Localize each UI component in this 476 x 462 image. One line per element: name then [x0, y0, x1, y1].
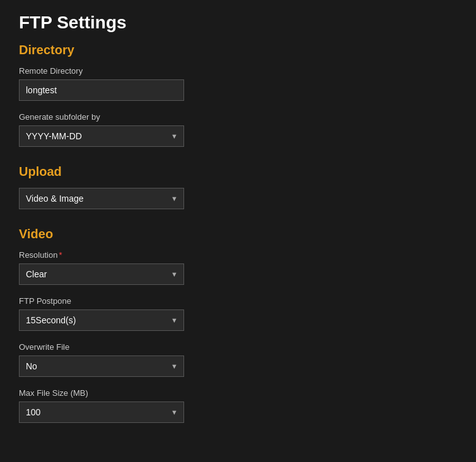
ftp-postpone-label: FTP Postpone — [19, 296, 457, 306]
page-title: FTP Settings — [19, 13, 457, 33]
subfolder-field: Generate subfolder by YYYY-MM-DD YYYY-MM… — [19, 112, 457, 147]
ftp-postpone-field: FTP Postpone 15Second(s) 30Second(s) 1Mi… — [19, 296, 457, 331]
overwrite-select[interactable]: No Yes — [19, 355, 184, 377]
remote-directory-label: Remote Directory — [19, 66, 457, 76]
resolution-label: Resolution* — [19, 250, 457, 260]
directory-section-title: Directory — [19, 43, 457, 57]
overwrite-file-label: Overwrite File — [19, 342, 457, 352]
upload-section: Upload Video & Image Video Only Image On… — [19, 165, 457, 209]
postpone-select-wrapper: 15Second(s) 30Second(s) 1Minute(s) 5Minu… — [19, 309, 184, 331]
remote-directory-input[interactable] — [19, 79, 184, 101]
max-file-size-label: Max File Size (MB) — [19, 388, 457, 398]
subfolder-select[interactable]: YYYY-MM-DD YYYY-MM YYYY None — [19, 125, 184, 147]
upload-field: Video & Image Video Only Image Only — [19, 188, 457, 209]
subfolder-select-wrapper: YYYY-MM-DD YYYY-MM YYYY None — [19, 125, 184, 147]
video-section: Video Resolution* Clear Standard High Ul… — [19, 227, 457, 423]
max-file-size-field: Max File Size (MB) 100 50 200 500 — [19, 388, 457, 423]
resolution-field: Resolution* Clear Standard High Ultra — [19, 250, 457, 285]
upload-select[interactable]: Video & Image Video Only Image Only — [19, 188, 184, 209]
overwrite-select-wrapper: No Yes — [19, 355, 184, 377]
resolution-required-indicator: * — [59, 250, 62, 260]
resolution-select[interactable]: Clear Standard High Ultra — [19, 263, 184, 285]
upload-section-title: Upload — [19, 165, 457, 179]
remote-directory-field: Remote Directory — [19, 66, 457, 101]
postpone-select[interactable]: 15Second(s) 30Second(s) 1Minute(s) 5Minu… — [19, 309, 184, 331]
max-file-size-select[interactable]: 100 50 200 500 — [19, 401, 184, 423]
directory-section: Directory Remote Directory Generate subf… — [19, 43, 457, 147]
overwrite-file-field: Overwrite File No Yes — [19, 342, 457, 377]
video-section-title: Video — [19, 227, 457, 241]
resolution-select-wrapper: Clear Standard High Ultra — [19, 263, 184, 285]
upload-select-wrapper: Video & Image Video Only Image Only — [19, 188, 184, 209]
max-file-size-select-wrapper: 100 50 200 500 — [19, 401, 184, 423]
subfolder-label: Generate subfolder by — [19, 112, 457, 122]
